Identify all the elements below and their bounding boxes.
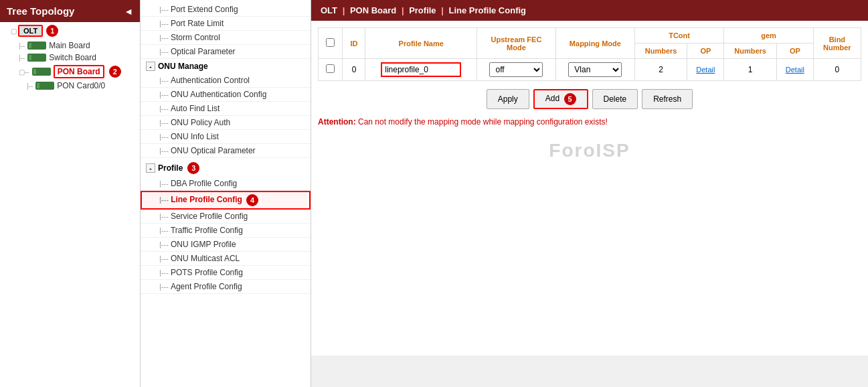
- tree-node-olt[interactable]: ▢ OLT 1: [0, 22, 140, 40]
- attention-text-content: Can not modify the mapping mode while ma…: [358, 117, 608, 127]
- select-all-checkbox[interactable]: [326, 38, 335, 47]
- nav-item-onu-info[interactable]: ONU Info List: [141, 130, 311, 144]
- main-board-icon: [27, 42, 46, 50]
- onu-manage-expand-icon[interactable]: -: [146, 62, 155, 71]
- nav-panel: Port Extend Config Port Rate Limit Storm…: [141, 0, 311, 387]
- th-gem-numbers: Numbers: [724, 44, 777, 59]
- breadcrumb-line-profile: Line Profile Config: [448, 5, 526, 15]
- nav-item-optical-param[interactable]: Optical Parameter: [141, 45, 311, 59]
- olt-badge: 1: [46, 25, 58, 37]
- nav-section-onu-manage: - ONU Manage Authentication Control ONU …: [141, 59, 311, 158]
- nav-item-port-rate[interactable]: Port Rate Limit: [141, 17, 311, 31]
- content-area: ID Profile Name Upstream FECMode Mapping…: [311, 21, 868, 356]
- line-profile-badge: 4: [246, 194, 258, 206]
- breadcrumb-bar: OLT | PON Board | Profile | Line Profile…: [311, 0, 868, 21]
- th-gem-group: gem: [724, 28, 813, 44]
- pon-card-label: PON Card0/0: [57, 81, 105, 90]
- th-tcont-op: OP: [687, 44, 724, 59]
- tree-topology-panel: Tree Topology ◄ ▢ OLT 1 |-- Main Board |…: [0, 0, 141, 387]
- tree-node-switch-board[interactable]: |-- Switch Board: [0, 52, 140, 64]
- gem-detail-link[interactable]: Detail: [786, 66, 804, 74]
- row-gem-op[interactable]: Detail: [776, 59, 813, 81]
- th-bind-number: BindNumber: [813, 28, 861, 59]
- nav-item-pots-profile[interactable]: POTS Profile Config: [141, 266, 311, 280]
- main-board-label: Main Board: [49, 41, 90, 50]
- table-row: 0 off on Vlan: [319, 59, 861, 81]
- th-checkbox: [319, 28, 343, 59]
- pon-board-label[interactable]: PON Board: [54, 65, 104, 78]
- refresh-button[interactable]: Refresh: [642, 89, 693, 109]
- attention-label: Attention:: [318, 117, 356, 127]
- pon-card-icon: [35, 82, 54, 90]
- breadcrumb-profile: Profile: [409, 5, 436, 15]
- pon-board-icon: [32, 68, 51, 76]
- profile-expand-icon[interactable]: -: [146, 163, 155, 173]
- row-profile-name-cell: [365, 59, 477, 81]
- action-row: Apply Add 5 Delete Refresh: [318, 86, 861, 112]
- breadcrumb-olt: OLT: [321, 5, 337, 15]
- add-button-badge: 5: [564, 93, 576, 105]
- sidebar-title: Tree Topology: [7, 5, 74, 17]
- tcont-detail-link[interactable]: Detail: [696, 66, 715, 74]
- row-mapping-cell: Vlan Gem TcontGem: [555, 59, 634, 81]
- nav-item-dba-profile[interactable]: DBA Profile Config: [141, 177, 311, 191]
- row-fec-cell: off on: [477, 59, 556, 81]
- th-mapping-mode: Mapping Mode: [555, 28, 634, 59]
- switch-board-label: Switch Board: [49, 53, 96, 62]
- profile-name-input[interactable]: [381, 62, 461, 77]
- nav-item-agent-profile[interactable]: Agent Profile Config: [141, 280, 311, 294]
- th-profile-name: Profile Name: [365, 28, 477, 59]
- sidebar-header: Tree Topology ◄: [0, 0, 140, 22]
- pon-board-badge: 2: [109, 66, 121, 78]
- sidebar-collapse-arrow[interactable]: ◄: [124, 6, 133, 17]
- row-gem-numbers: 1: [724, 59, 777, 81]
- add-button[interactable]: Add 5: [533, 89, 588, 109]
- profile-section-header[interactable]: - Profile 3: [141, 159, 311, 177]
- nav-item-traffic-profile[interactable]: Traffic Profile Config: [141, 224, 311, 238]
- profile-section-label: Profile: [158, 163, 183, 173]
- onu-manage-label: ONU Manage: [158, 62, 208, 71]
- watermark: ForoISP: [318, 140, 861, 161]
- tree-node-main-board[interactable]: |-- Main Board: [0, 40, 140, 52]
- nav-item-onu-igmp[interactable]: ONU IGMP Profile: [141, 238, 311, 252]
- apply-button[interactable]: Apply: [487, 89, 529, 109]
- th-tcont-numbers: Numbers: [634, 44, 687, 59]
- nav-item-auto-find[interactable]: Auto Find List: [141, 102, 311, 116]
- th-upstream-fec-mode: Upstream FECMode: [477, 28, 556, 59]
- row-bind-number: 0: [813, 59, 861, 81]
- tree-node-pon-card[interactable]: |-- PON Card0/0: [0, 80, 140, 92]
- nav-item-service-profile[interactable]: Service Profile Config: [141, 210, 311, 224]
- nav-item-auth-control[interactable]: Authentication Control: [141, 74, 311, 88]
- attention-message: Attention: Can not modify the mapping mo…: [318, 117, 861, 127]
- row-tcont-numbers: 2: [634, 59, 687, 81]
- nav-item-line-profile[interactable]: Line Profile Config 4: [141, 191, 311, 210]
- line-profile-table: ID Profile Name Upstream FECMode Mapping…: [318, 27, 861, 81]
- th-gem-op: OP: [776, 44, 813, 59]
- th-id: ID: [343, 28, 365, 59]
- add-button-label: Add: [545, 94, 559, 103]
- row-checkbox-cell[interactable]: [319, 59, 343, 81]
- profile-section-badge: 3: [187, 162, 199, 174]
- fec-mode-select[interactable]: off on: [489, 62, 543, 77]
- th-tcont-group: TCont: [634, 28, 723, 44]
- nav-item-storm-control[interactable]: Storm Control: [141, 31, 311, 45]
- breadcrumb-pon-board: PON Board: [350, 5, 396, 15]
- tree-node-pon-board[interactable]: ▢-- PON Board 2: [0, 64, 140, 80]
- onu-manage-header[interactable]: - ONU Manage: [141, 59, 311, 74]
- mapping-mode-select[interactable]: Vlan Gem TcontGem: [568, 62, 622, 77]
- switch-board-icon: [27, 54, 46, 62]
- main-content: OLT | PON Board | Profile | Line Profile…: [311, 0, 868, 387]
- nav-item-onu-multicast[interactable]: ONU Multicast ACL: [141, 252, 311, 266]
- nav-section-profile: - Profile 3 DBA Profile Config Line Prof…: [141, 159, 311, 294]
- row-tcont-op[interactable]: Detail: [687, 59, 724, 81]
- row-checkbox[interactable]: [326, 64, 335, 73]
- row-id: 0: [343, 59, 365, 81]
- delete-button[interactable]: Delete: [592, 89, 638, 109]
- nav-item-onu-optical[interactable]: ONU Optical Parameter: [141, 144, 311, 158]
- nav-item-onu-auth-config[interactable]: ONU Authentication Config: [141, 88, 311, 102]
- nav-item-port-extend[interactable]: Port Extend Config: [141, 3, 311, 17]
- olt-label[interactable]: OLT: [18, 25, 43, 37]
- nav-item-onu-policy[interactable]: ONU Policy Auth: [141, 116, 311, 130]
